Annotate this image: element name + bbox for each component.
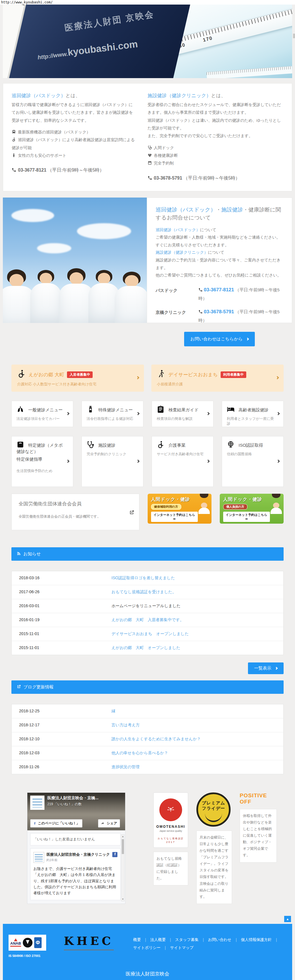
- omotenashi-logo-card: OMOTENASHI Japan service quality おもてなし規格…: [153, 792, 188, 848]
- facebook-page-thumbnail: [30, 795, 45, 810]
- chevron-right-icon: [136, 412, 139, 415]
- member-row: 全国労働衛生団体連合会会員 全国労働衛生団体連合会の正会員・健診機関です。 人間…: [11, 494, 284, 530]
- card-general-checkup[interactable]: 一般健診メニュー 法定健診項目を全てカバー: [11, 401, 73, 427]
- clinic-link[interactable]: 施設健診（健診クリニック）: [148, 93, 211, 98]
- facebook-page-title[interactable]: 医療法人財団京映会・京橋...: [47, 795, 99, 801]
- blog-link[interactable]: 誰かの人生をよくするために生きてみませんか？: [112, 737, 283, 742]
- news-table: 2018-03-16ISO認証取得ロゴを差し替えました 2017-06-26おも…: [11, 571, 284, 655]
- blog-row: 2018-11-26進捗状況の管理: [12, 760, 283, 774]
- news-list-button[interactable]: 一覧表示: [248, 662, 284, 674]
- bus-icon: [12, 130, 16, 134]
- chevron-right-icon: [206, 460, 209, 463]
- premium-friday-description: 月末の金曜日に、日常よりも少し豊かな時間を過ごす「プレミアムフライデー」。ライフ…: [196, 830, 232, 904]
- bed-icon: [227, 405, 234, 413]
- zeneiren-member-card[interactable]: 全国労働衛生団体連合会会員 全国労働衛生団体連合会の正会員・健診機関です。: [11, 494, 139, 530]
- clinic-phone-link[interactable]: 03-3678-5791: [204, 309, 234, 314]
- khec-logo: KHEC: [64, 935, 114, 958]
- plan-badge: 個人負担の方: [223, 504, 247, 510]
- walking-person-icon: [157, 369, 166, 378]
- card-special-checkup[interactable]: 特殊健診メニュー 法令行政指導による健診対応: [81, 401, 144, 427]
- footer-link-contact[interactable]: お問い合わせ: [208, 937, 231, 942]
- blog-row: 2018-12-10誰かの人生をよくするために生きてみませんか？: [12, 732, 283, 746]
- facebook-post-body: お陰さまで、介護サービス付き高齢者向け住宅「えがおの郷 大町」は今月１名様の入居…: [33, 866, 118, 896]
- browser-url: http://www.kyoubashi.com/: [0, 0, 295, 5]
- blog-link[interactable]: 進捗状況の管理: [112, 765, 283, 770]
- footer-link-privacy[interactable]: 個人情報保護方針: [241, 937, 272, 942]
- card-kaigo-business[interactable]: 介護事業 サービス付き高齢者向け住宅: [151, 436, 214, 487]
- intro-clinic-body1: 受診者様のご都合に合わせたスケジュールで、健康診断を受診していただきます。個人か…: [148, 101, 284, 116]
- phone-icon: [148, 176, 152, 180]
- card-facility-checkup[interactable]: 施設健診 完全予約制のクリニック: [81, 436, 144, 487]
- facebook-icon: [112, 852, 118, 857]
- facebook-like-button[interactable]: このページに「いいね！」: [30, 819, 82, 827]
- internet-reservation-button[interactable]: インターネット予約はこちら ➡: [223, 512, 270, 522]
- contact-bus-body: ご希望の健康診断・人数様・地域・実施時期などをご連絡ください。すぐにお見積もりさ…: [156, 234, 283, 248]
- bus-dock-link[interactable]: 巡回健診（バスドック）: [156, 207, 216, 213]
- clinic-link[interactable]: 施設健診（健診クリニック）: [156, 250, 208, 255]
- news-link[interactable]: ISO認証取得ロゴを差し替えました: [112, 576, 283, 581]
- chevron-right-icon: [276, 460, 280, 463]
- news-link[interactable]: デイサービスおおまち オープンしました: [112, 632, 283, 636]
- bus-dock-link[interactable]: 巡回健診（バスドック）: [12, 93, 65, 98]
- facebook-share-button[interactable]: シェア: [98, 819, 120, 827]
- contact-row-busdock: バスドック 03-3677-8121 （平日:午前9時～午後5時）: [156, 285, 283, 303]
- chevron-right-icon: [206, 412, 209, 415]
- nurse-image: [270, 495, 282, 512]
- facebook-cover-photo: 医療法人財団京映会・京橋... 219 「いいね！」の数 このページに「いいね！…: [27, 793, 125, 830]
- facility-checkup-link[interactable]: 施設健診: [221, 207, 243, 213]
- positive-off-description: 休暇を取得して外出や旅行などを楽しむことを積極的に促進していく運動、ポジティブ・…: [240, 809, 277, 862]
- blog-link[interactable]: 他人の幸せを心から喜べるか？: [112, 751, 283, 756]
- lungs-icon: [16, 405, 24, 413]
- facebook-post: 医療法人財団京映会・京橋クリニック 約1年前 お陰さまで、介護サービス付き高齢者…: [30, 848, 121, 900]
- contact-info-panel: 巡回健診（バスドック）・施設健診・健康診断に関するお問合せについて 巡回健診（バ…: [147, 197, 292, 323]
- blog-link[interactable]: 言い方は考え方: [112, 722, 283, 728]
- intro-bus-column: 巡回健診（バスドック）とは、 皆様方の職場で健康診断ができるように巡回健診（バス…: [12, 91, 148, 183]
- facebook-post-title[interactable]: 医療法人財団京映会・京橋クリニック: [46, 852, 118, 857]
- internet-reservation-button[interactable]: インターネット予約はこちら ➡: [151, 512, 198, 522]
- reservation-banner-personal[interactable]: 人間ドック・健診 個人負担の方 インターネット予約はこちら ➡: [220, 494, 284, 523]
- news-link[interactable]: えがおの郷 大町 入居者募集中です。: [112, 617, 283, 622]
- phone-icon: [12, 168, 16, 172]
- chevron-right-icon: [276, 412, 280, 415]
- reservation-banner-kenpo[interactable]: 人間ドック・健診 健保補助利用の方 インターネット予約はこちら ➡: [148, 494, 212, 523]
- omotenashi-description: おもてなし規格認証（紅認証）に登録しました。: [153, 852, 188, 886]
- blog-link[interactable]: 縁: [112, 709, 283, 714]
- footer-link-recruit[interactable]: スタッフ募集: [175, 937, 198, 942]
- chevron-right-icon: [66, 460, 69, 463]
- footer-link-corporate[interactable]: 法人概要: [150, 937, 166, 942]
- back-to-top-button[interactable]: ▲: [284, 916, 291, 922]
- banner-dayservice-oomachi[interactable]: デイサービスおおまち利用者募集中 小規模通所介護: [151, 364, 284, 392]
- facebook-widget-scrollbar[interactable]: ▲▼: [121, 834, 124, 901]
- card-tokutei-checkup[interactable]: 特定健診（メタボ健診など） 特定保健指導 生活習慣病予防のため: [11, 436, 73, 487]
- footer-link-sitemap[interactable]: サイトマップ: [170, 945, 194, 950]
- news-row: 2017-06-26おもてなし規格認証を受けました。: [12, 585, 283, 599]
- rss-icon: [16, 551, 21, 556]
- footer-link-overview[interactable]: 概要: [133, 937, 141, 942]
- calendar-check-icon: [148, 161, 152, 165]
- intro-bus-body: 皆様方の職場で健康診断ができるように巡回健診（バスドック）にてお伺いし健康診断を…: [12, 101, 137, 124]
- banner-egao-no-sato[interactable]: えがおの郷 大町入居者募集中 介護対応 小人数型サービス付き高齢者向け住宅: [11, 364, 144, 392]
- card-result-guide[interactable]: 検査結果ガイド 検査項目の簡単な解説: [151, 401, 214, 427]
- card-senior-facility-checkup[interactable]: 高齢者施設健診 利用者とスタッフが一度に受診: [222, 401, 284, 427]
- news-link[interactable]: おもてなし規格認証を受けました。: [112, 589, 283, 595]
- wheelchair-icon: [12, 137, 16, 142]
- contact-button[interactable]: お問い合わせはこちらから: [184, 332, 255, 346]
- card-iso-certification[interactable]: ISO認証取得 信頼の国際規格: [222, 436, 284, 487]
- phone-icon: [198, 288, 203, 292]
- feature-item: 最新医療機器の巡回健診（バスドック）: [12, 128, 137, 136]
- contact-phone-table: バスドック 03-3677-8121 （平日:午前9時～午後5時） 京橋クリニッ…: [156, 285, 283, 325]
- hero-image: 150160170 医療法人財団 京映会 http://www.http://w…: [3, 5, 292, 78]
- footer-link-sitepolicy[interactable]: サイトポリシー: [133, 945, 161, 950]
- clinic-phone: 03-3678-5791 （平日:午前9時～午後5時）: [148, 173, 284, 183]
- feature-item: 人間ドック: [148, 144, 284, 152]
- widgets-row: 医療法人財団京映会・京橋... 219 「いいね！」の数 このページに「いいね！…: [3, 792, 292, 904]
- feature-item: 完全予約制: [148, 159, 284, 167]
- scrollbar-thumb[interactable]: [293, 33, 295, 38]
- bus-dock-link[interactable]: 巡回健診（バスドック）: [156, 228, 200, 232]
- news-link[interactable]: えがおの郷 大町 オープンしました: [112, 645, 283, 651]
- blog-row: 2018-12-17言い方は考え方: [12, 718, 283, 732]
- facebook-post-time: 約1年前: [46, 858, 118, 862]
- busdock-phone-link[interactable]: 03-3677-8121: [204, 287, 234, 293]
- facebook-post-thumbnail: [33, 852, 44, 863]
- chevron-right-icon: [276, 376, 279, 379]
